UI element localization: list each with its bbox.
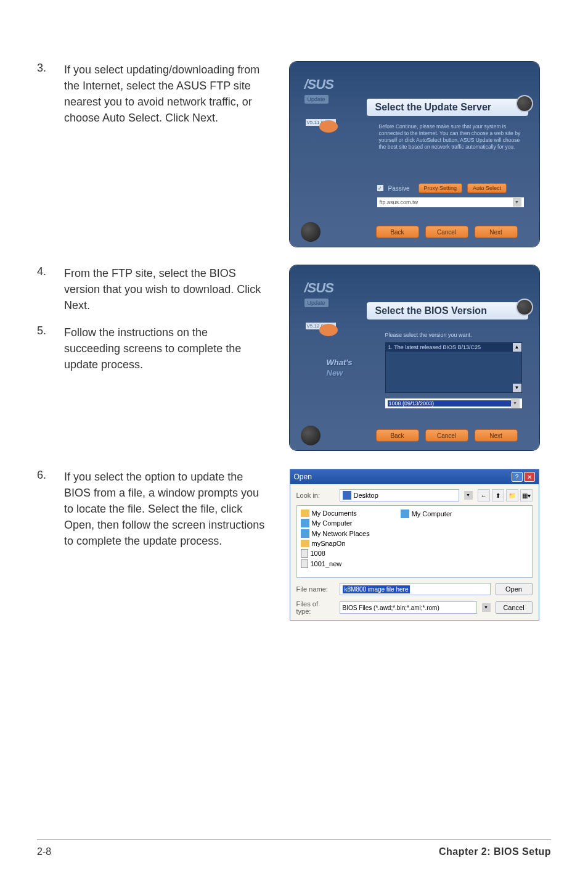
dropdown-arrow-icon[interactable]: ▼ <box>482 603 491 612</box>
step-text: If you select updating/downloading from … <box>64 62 265 126</box>
look-in-label: Look in: <box>296 492 335 499</box>
cancel-button[interactable]: Cancel <box>496 601 533 614</box>
bios-version-listbox[interactable]: 1. The latest released BIOS B/13/C25 ▲ ▼ <box>385 342 522 393</box>
computer-icon <box>401 510 409 518</box>
cancel-button[interactable]: Cancel <box>425 226 468 238</box>
asus-logo: /SUS <box>304 280 357 296</box>
section-step-6: 6. If you select the option to update th… <box>37 469 551 621</box>
folder-icon <box>301 540 309 547</box>
list-item[interactable]: 1001_new <box>301 559 370 568</box>
filename-value: k8M800 image file here <box>343 585 410 593</box>
back-button[interactable]: Back <box>376 429 419 442</box>
step-text: Follow the instructions on the succeedin… <box>64 324 265 373</box>
bios-date-dropdown[interactable]: 1008 (09/13/2003) ▼ <box>385 398 522 408</box>
bios-version-dialog: /SUS Update V5.12.01 Select the BIOS Ver… <box>290 265 539 450</box>
list-item[interactable]: My Network Places <box>301 529 370 538</box>
dialog-title-text: Select the BIOS Version <box>375 305 487 316</box>
dropdown-arrow-icon[interactable]: ▼ <box>464 491 473 500</box>
open-button[interactable]: Open <box>496 583 533 595</box>
asus-logo: /SUS <box>304 76 357 93</box>
up-nav-button[interactable]: ⬆ <box>492 489 504 501</box>
filetype-dropdown[interactable]: BIOS Files (*.awd;*.bin;*.ami;*.rom) <box>340 601 477 614</box>
file-icon <box>301 549 308 558</box>
new-text: New <box>327 368 353 377</box>
list-item[interactable]: 1. The latest released BIOS B/13/C25 <box>386 343 521 352</box>
section-step-3: 3. If you select updating/downloading fr… <box>37 62 551 247</box>
orb-icon <box>516 299 533 316</box>
orb-icon <box>301 426 321 445</box>
dropdown-arrow-icon[interactable]: ▼ <box>511 399 520 408</box>
list-item[interactable]: My Computer <box>401 510 452 518</box>
filename-label: File name: <box>296 585 335 593</box>
update-server-dialog: /SUS Update V5.11.01 Select the Update S… <box>290 62 539 247</box>
file-list[interactable]: My Documents My Computer My Network Plac… <box>296 505 533 578</box>
chapter-title: Chapter 2: BIOS Setup <box>439 846 551 857</box>
speech-bubble-icon <box>319 324 338 336</box>
step-number: 4. <box>37 265 52 313</box>
filetype-label: Files of type: <box>296 600 335 615</box>
step-text: If you select the option to update the B… <box>64 469 265 549</box>
page-number: 2-8 <box>37 846 51 857</box>
back-nav-button[interactable]: ← <box>478 489 490 501</box>
list-item[interactable]: My Documents <box>301 510 370 517</box>
look-in-value: Desktop <box>354 492 378 499</box>
proxy-setting-button[interactable]: Proxy Setting <box>419 183 463 193</box>
orb-icon <box>301 222 321 242</box>
view-menu-button[interactable]: ▦▾ <box>520 489 533 501</box>
folder-icon <box>301 510 309 517</box>
step-text: From the FTP site, select the BIOS versi… <box>64 265 265 313</box>
dialog-description: Before Continue, please make sure that y… <box>379 123 522 151</box>
dialog-title: Select the Update Server <box>367 99 528 116</box>
page-footer: 2-8 Chapter 2: BIOS Setup <box>37 840 551 857</box>
step-number: 5. <box>37 324 52 373</box>
list-item[interactable]: mySnapOn <box>301 540 370 547</box>
speech-bubble-icon <box>319 120 338 133</box>
look-in-dropdown[interactable]: Desktop <box>340 489 459 501</box>
dialog-description: Please select the version you want. <box>385 332 522 338</box>
auto-select-button[interactable]: Auto Select <box>467 183 507 193</box>
dialog-title-text: Select the Update Server <box>375 102 492 113</box>
filename-input[interactable]: k8M800 image file here <box>340 583 491 595</box>
dropdown-arrow-icon[interactable]: ▼ <box>513 198 521 207</box>
server-value: ftp.asus.com.tw <box>380 199 419 205</box>
network-icon <box>301 529 309 538</box>
step-number: 3. <box>37 62 52 126</box>
server-dropdown[interactable]: ftp.asus.com.tw ▼ <box>377 197 524 207</box>
dialog-title-text: Open <box>294 472 312 481</box>
whats-new-label: What's New <box>327 358 353 377</box>
next-button[interactable]: Next <box>475 429 518 442</box>
section-steps-4-5: 4. From the FTP site, select the BIOS ve… <box>37 265 551 450</box>
list-item[interactable]: 1008 <box>301 549 370 558</box>
cancel-button[interactable]: Cancel <box>425 429 468 442</box>
dialog-title: Select the BIOS Version <box>367 302 528 320</box>
desktop-icon <box>343 491 351 500</box>
back-button[interactable]: Back <box>376 226 419 238</box>
file-icon <box>301 559 308 568</box>
scroll-up-icon[interactable]: ▲ <box>513 343 521 352</box>
help-button[interactable]: ? <box>512 472 523 482</box>
filetype-value: BIOS Files (*.awd;*.bin;*.ami;*.rom) <box>343 604 439 611</box>
asus-update-label: Update <box>304 95 329 104</box>
computer-icon <box>301 519 309 527</box>
open-file-dialog: Open ? ✕ Look in: Desktop ▼ ← ⬆ <box>290 469 539 621</box>
scroll-down-icon[interactable]: ▼ <box>513 384 521 392</box>
close-button[interactable]: ✕ <box>524 472 535 482</box>
whats-text: What's <box>327 358 353 367</box>
new-folder-button[interactable]: 📁 <box>506 489 518 501</box>
dialog-titlebar: Open ? ✕ <box>290 469 539 484</box>
asus-update-label: Update <box>304 299 329 307</box>
orb-icon <box>516 95 533 112</box>
next-button[interactable]: Next <box>475 226 518 238</box>
bios-date-value: 1008 (09/13/2003) <box>388 400 511 406</box>
passive-label: Passive <box>388 185 410 192</box>
list-item[interactable]: My Computer <box>301 519 370 527</box>
step-number: 6. <box>37 469 52 549</box>
passive-checkbox[interactable]: ✓ <box>377 185 383 191</box>
